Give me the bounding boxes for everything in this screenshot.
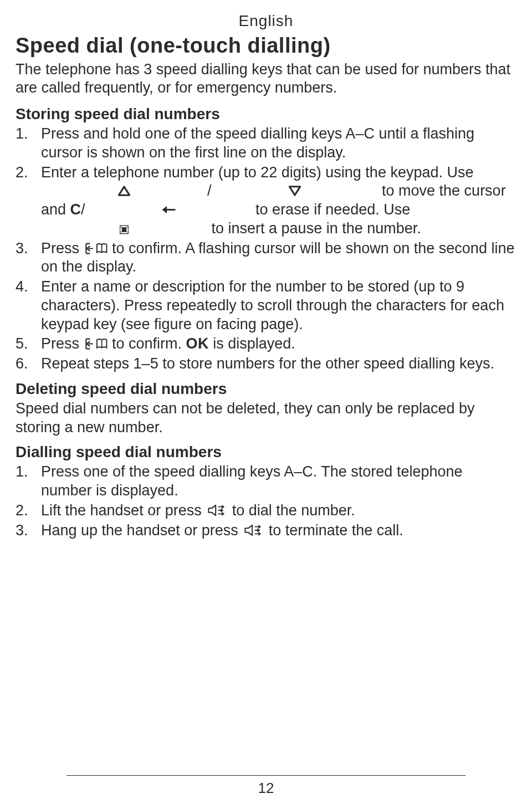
list-item: Press one of the speed dialling keys A–C… [16, 463, 516, 500]
step-text: Press [41, 240, 84, 257]
storing-steps: Press and hold one of the speed dialling… [16, 125, 516, 373]
triangle-down-icon [212, 185, 378, 197]
step-text: to dial the number. [232, 502, 355, 519]
store-key-icon [84, 337, 108, 350]
step-text: Enter a name or description for the numb… [41, 278, 504, 332]
dialling-steps: Press one of the speed dialling keys A–C… [16, 463, 516, 540]
step-text: Press [41, 335, 84, 352]
storing-heading: Storing speed dial numbers [16, 104, 516, 124]
store-key-icon [84, 242, 108, 255]
list-item: Enter a name or description for the numb… [16, 278, 516, 334]
step-text: to terminate the call. [269, 522, 403, 539]
step-text: Hang up the handset or press [41, 522, 242, 539]
speaker-key-icon [242, 524, 264, 537]
footer-rule [66, 775, 466, 776]
step-text: Press one of the speed dialling keys A–C… [41, 463, 463, 499]
step-text: is displayed. [213, 335, 295, 352]
pause-box-icon [41, 224, 207, 235]
list-item: Hang up the handset or press to terminat… [16, 521, 516, 540]
list-item: Enter a telephone number (up to 22 digit… [16, 163, 516, 238]
intro-paragraph: The telephone has 3 speed dialling keys … [16, 60, 516, 98]
step-text: Repeat steps 1–5 to store numbers for th… [41, 355, 494, 372]
list-item: Press to confirm. OK is displayed. [16, 335, 516, 354]
deleting-heading: Deleting speed dial numbers [16, 379, 516, 398]
c-key: C [70, 201, 81, 218]
triangle-up-icon [41, 185, 207, 197]
step-text: Enter a telephone number (up to 22 digit… [41, 164, 473, 181]
step-text: Lift the handset or press [41, 502, 206, 519]
language-label: English [16, 11, 516, 30]
step-text: to insert a pause in the number. [212, 220, 421, 237]
speaker-key-icon [206, 504, 228, 517]
step-text: to erase if needed. Use [255, 201, 410, 218]
step-text: Press and hold one of the speed dialling… [41, 125, 474, 161]
back-arrow-icon [85, 203, 252, 216]
page-number: 12 [258, 780, 274, 796]
dialling-heading: Dialling speed dial numbers [16, 442, 516, 462]
deleting-body: Speed dial numbers can not be deleted, t… [16, 400, 516, 437]
page-footer: 12 [0, 775, 532, 797]
page-title: Speed dial (one-touch dialling) [16, 33, 516, 59]
ok-status: OK [186, 335, 209, 352]
list-item: Press and hold one of the speed dialling… [16, 125, 516, 162]
manual-page: English Speed dial (one-touch dialling) … [0, 0, 532, 809]
step-text: to confirm. [112, 335, 186, 352]
list-item: Repeat steps 1–5 to store numbers for th… [16, 355, 516, 373]
list-item: Lift the handset or press to dial the nu… [16, 501, 516, 520]
step-text: to confirm. A flashing cursor will be sh… [41, 240, 514, 275]
list-item: Press to confirm. A flashing cursor will… [16, 239, 516, 277]
